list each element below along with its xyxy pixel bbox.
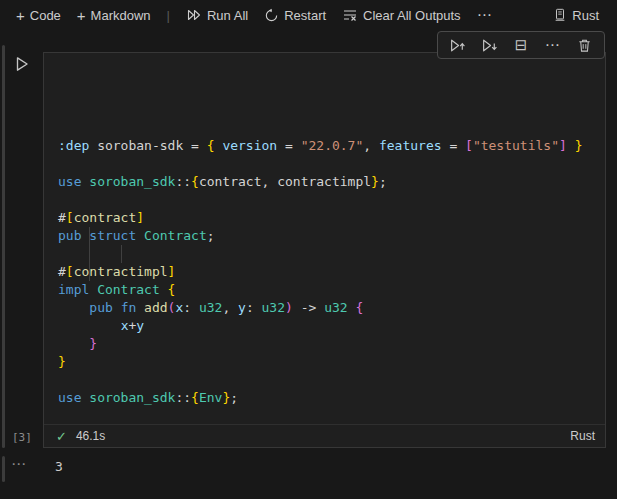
notebook-toolbar: + Code + Markdown | Run All Restart Clea… bbox=[0, 0, 617, 30]
more-icon: ⋯ bbox=[545, 36, 561, 54]
restart-icon bbox=[264, 8, 279, 23]
code-line[interactable]: pub fn add(x: u32, y: u32) -> u32 { bbox=[58, 299, 605, 317]
add-code-label: Code bbox=[30, 8, 61, 23]
indent-guide bbox=[121, 245, 122, 263]
add-code-button[interactable]: + Code bbox=[10, 5, 67, 26]
run-all-icon bbox=[186, 7, 202, 23]
trash-icon bbox=[577, 38, 592, 53]
code-line[interactable] bbox=[58, 155, 605, 173]
cell-focus-bar bbox=[2, 45, 5, 448]
toolbar-divider: | bbox=[167, 8, 170, 23]
clear-all-outputs-button[interactable]: Clear All Outputs bbox=[336, 4, 467, 26]
run-cell-button[interactable] bbox=[12, 55, 32, 75]
code-line[interactable]: use soroban_sdk::{contract, contractimpl… bbox=[58, 173, 605, 191]
cell-language-label[interactable]: Rust bbox=[570, 429, 595, 443]
notebook-window: + Code + Markdown | Run All Restart Clea… bbox=[0, 0, 617, 499]
restart-label: Restart bbox=[284, 8, 326, 23]
code-line[interactable] bbox=[58, 191, 605, 209]
cell-output-value: 3 bbox=[55, 459, 63, 474]
code-line[interactable] bbox=[58, 407, 605, 425]
add-markdown-button[interactable]: + Markdown bbox=[71, 5, 157, 26]
output-focus-bar bbox=[2, 456, 5, 482]
code-line[interactable]: use soroban_sdk::{Env}; bbox=[58, 389, 605, 407]
restart-button[interactable]: Restart bbox=[258, 5, 332, 26]
delete-cell-button[interactable] bbox=[572, 33, 596, 57]
code-cell: :dep soroban-sdk = { version = "22.0.7",… bbox=[43, 52, 606, 448]
more-icon: ⋯ bbox=[477, 6, 493, 24]
run-below-icon bbox=[481, 37, 498, 54]
clear-all-outputs-label: Clear All Outputs bbox=[363, 8, 461, 23]
run-above-icon bbox=[449, 37, 466, 54]
split-cell-icon: ⊟ bbox=[515, 36, 528, 54]
run-all-button[interactable]: Run All bbox=[180, 4, 254, 26]
code-line[interactable]: } bbox=[58, 353, 605, 371]
code-line[interactable]: impl Contract { bbox=[58, 281, 605, 299]
execution-count: [3] bbox=[12, 431, 32, 444]
code-line[interactable]: } bbox=[58, 335, 605, 353]
indent-guide bbox=[89, 227, 90, 281]
success-check-icon: ✓ bbox=[56, 429, 67, 444]
plus-icon: + bbox=[77, 8, 86, 23]
code-editor[interactable]: :dep soroban-sdk = { version = "22.0.7",… bbox=[44, 53, 605, 425]
add-markdown-label: Markdown bbox=[91, 8, 151, 23]
run-all-label: Run All bbox=[207, 8, 248, 23]
code-line[interactable] bbox=[58, 245, 605, 263]
execute-below-button[interactable] bbox=[477, 33, 501, 57]
code-line[interactable]: #[contractimpl] bbox=[58, 263, 605, 281]
kernel-picker-button[interactable]: Rust bbox=[547, 5, 605, 26]
code-line[interactable]: x+y bbox=[58, 317, 605, 335]
split-cell-button[interactable]: ⊟ bbox=[509, 33, 533, 57]
code-line[interactable]: pub struct Contract; bbox=[58, 227, 605, 245]
kernel-icon bbox=[553, 8, 567, 22]
toolbar-more-button[interactable]: ⋯ bbox=[471, 3, 499, 27]
play-icon bbox=[13, 55, 31, 73]
clear-all-outputs-icon bbox=[342, 7, 358, 23]
plus-icon: + bbox=[16, 8, 25, 23]
execution-duration: 46.1s bbox=[76, 429, 105, 443]
code-line[interactable] bbox=[58, 371, 605, 389]
output-more-button[interactable]: ⋯ bbox=[11, 455, 27, 473]
execute-above-button[interactable] bbox=[446, 33, 470, 57]
cell-status-bar: ✓ 46.1s Rust bbox=[44, 424, 605, 447]
code-line[interactable]: :dep soroban-sdk = { version = "22.0.7",… bbox=[58, 137, 605, 155]
code-line[interactable]: #[contract] bbox=[58, 209, 605, 227]
cell-more-actions-button[interactable]: ⋯ bbox=[541, 33, 565, 57]
kernel-name-label: Rust bbox=[572, 8, 599, 23]
cell-toolbar: ⊟ ⋯ bbox=[437, 31, 605, 59]
